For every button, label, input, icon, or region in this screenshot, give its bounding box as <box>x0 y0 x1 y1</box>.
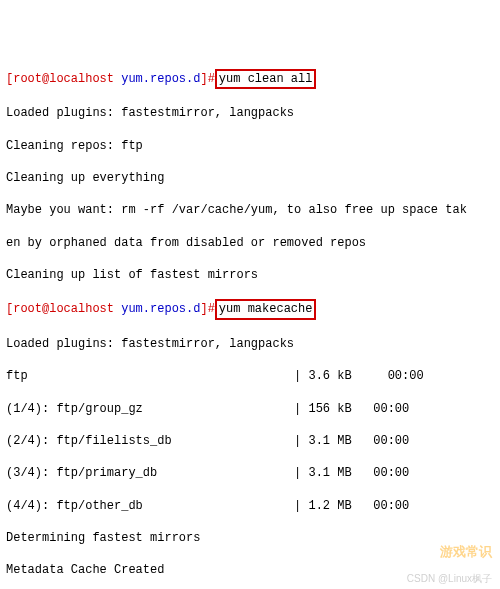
output-line: ftp | 3.6 kB 00:00 <box>6 368 494 384</box>
cmd-yum-makecache[interactable]: yum makecache <box>215 299 317 319</box>
cmd-yum-clean-all[interactable]: yum clean all <box>215 69 317 89</box>
output-line: (4/4): ftp/other_db | 1.2 MB 00:00 <box>6 498 494 514</box>
prompt-line-2: [root@localhost yum.repos.d]#yum makecac… <box>6 299 494 319</box>
prompt-close: ]# <box>200 302 214 316</box>
prompt-user: [root@localhost <box>6 72 121 86</box>
output-line: Loaded plugins: fastestmirror, langpacks <box>6 336 494 352</box>
output-line: Determining fastest mirrors <box>6 530 494 546</box>
output-line: Cleaning repos: ftp <box>6 138 494 154</box>
prompt-close: ]# <box>200 72 214 86</box>
prompt-path: yum.repos.d <box>121 72 200 86</box>
output-line: (1/4): ftp/group_gz | 156 kB 00:00 <box>6 401 494 417</box>
output-line: Cleaning up everything <box>6 170 494 186</box>
prompt-line-1: [root@localhost yum.repos.d]#yum clean a… <box>6 69 494 89</box>
output-line: (2/4): ftp/filelists_db | 3.1 MB 00:00 <box>6 433 494 449</box>
output-line: Cleaning up list of fastest mirrors <box>6 267 494 283</box>
output-line: Metadata Cache Created <box>6 562 494 578</box>
output-line: Maybe you want: rm -rf /var/cache/yum, t… <box>6 202 494 218</box>
prompt-path: yum.repos.d <box>121 302 200 316</box>
output-line: Loaded plugins: fastestmirror, langpacks <box>6 105 494 121</box>
output-line: en by orphaned data from disabled or rem… <box>6 235 494 251</box>
watermark: 游戏常识 <box>440 543 492 561</box>
output-line: (3/4): ftp/primary_db | 3.1 MB 00:00 <box>6 465 494 481</box>
prompt-user: [root@localhost <box>6 302 121 316</box>
